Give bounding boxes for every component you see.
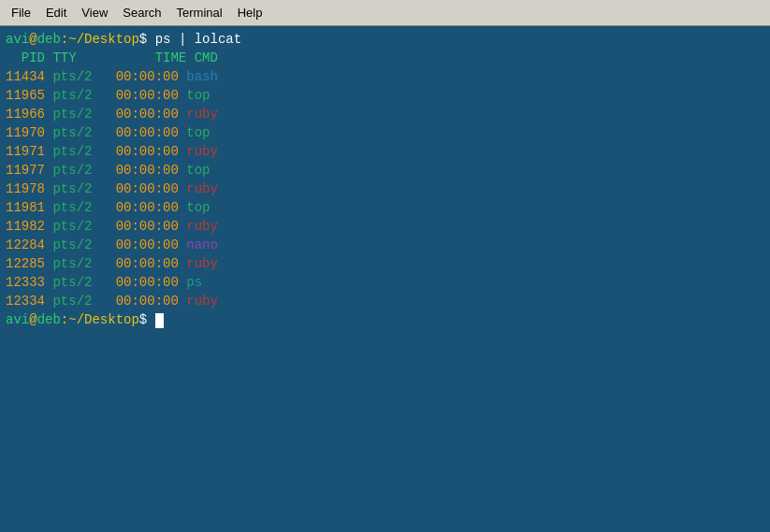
prompt-dollar-2: $ bbox=[139, 312, 155, 327]
proc-row-12284: 12284 pts/2 00:00:00 nano bbox=[6, 236, 764, 254]
proc-row-11434: 11434 pts/2 00:00:00 bash bbox=[6, 67, 764, 86]
proc-row-12334: 12334 pts/2 00:00:00 ruby bbox=[6, 292, 764, 310]
menu-edit[interactable]: Edit bbox=[38, 4, 74, 22]
prompt-user-2: avi bbox=[6, 312, 29, 327]
prompt-line-2: avi@deb:~/Desktop$ bbox=[6, 310, 764, 329]
prompt-dollar-1: $ bbox=[139, 32, 155, 47]
prompt-host-1: deb bbox=[37, 32, 61, 47]
proc-row-11978: 11978 pts/2 00:00:00 ruby bbox=[6, 180, 764, 198]
proc-row-11965: 11965 pts/2 00:00:00 top bbox=[6, 86, 764, 105]
header-cmd: CMD bbox=[195, 50, 218, 65]
prompt-at-1: @ bbox=[29, 32, 36, 47]
proc-row-12285: 12285 pts/2 00:00:00 ruby bbox=[6, 254, 764, 273]
cursor bbox=[155, 313, 164, 328]
proc-row-11970: 11970 pts/2 00:00:00 top bbox=[6, 123, 764, 142]
prompt-cmd-1: ps | lolcat bbox=[155, 32, 241, 47]
prompt-line-1: avi@deb:~/Desktop$ ps | lolcat bbox=[6, 30, 764, 49]
prompt-host-2: deb bbox=[37, 312, 61, 327]
proc-row-11971: 11971 pts/2 00:00:00 ruby bbox=[6, 142, 764, 161]
proc-row-11981: 11981 pts/2 00:00:00 top bbox=[6, 198, 764, 217]
proc-row-12333: 12333 pts/2 00:00:00 ps bbox=[6, 273, 764, 292]
menu-search[interactable]: Search bbox=[115, 4, 168, 22]
menu-help[interactable]: Help bbox=[230, 4, 270, 22]
proc-row-11982: 11982 pts/2 00:00:00 ruby bbox=[6, 217, 764, 236]
ps-header: PID TTY TIME CMD bbox=[6, 49, 764, 67]
header-tty: TTY bbox=[52, 50, 76, 65]
menu-view[interactable]: View bbox=[74, 4, 115, 22]
menu-file[interactable]: File bbox=[4, 4, 38, 22]
header-pid: PID bbox=[6, 50, 52, 65]
proc-row-11966: 11966 pts/2 00:00:00 ruby bbox=[6, 105, 764, 123]
prompt-at-2: @ bbox=[29, 312, 36, 327]
menubar: File Edit View Search Terminal Help bbox=[0, 0, 770, 26]
header-time: TIME bbox=[77, 50, 195, 65]
prompt-user-1: avi bbox=[6, 32, 29, 47]
prompt-path-1: :~/Desktop bbox=[61, 32, 139, 47]
menu-terminal[interactable]: Terminal bbox=[169, 4, 230, 22]
terminal: avi@deb:~/Desktop$ ps | lolcat PID TTY T… bbox=[0, 26, 770, 532]
prompt-path-2: :~/Desktop bbox=[61, 312, 139, 327]
proc-row-11977: 11977 pts/2 00:00:00 top bbox=[6, 161, 764, 180]
